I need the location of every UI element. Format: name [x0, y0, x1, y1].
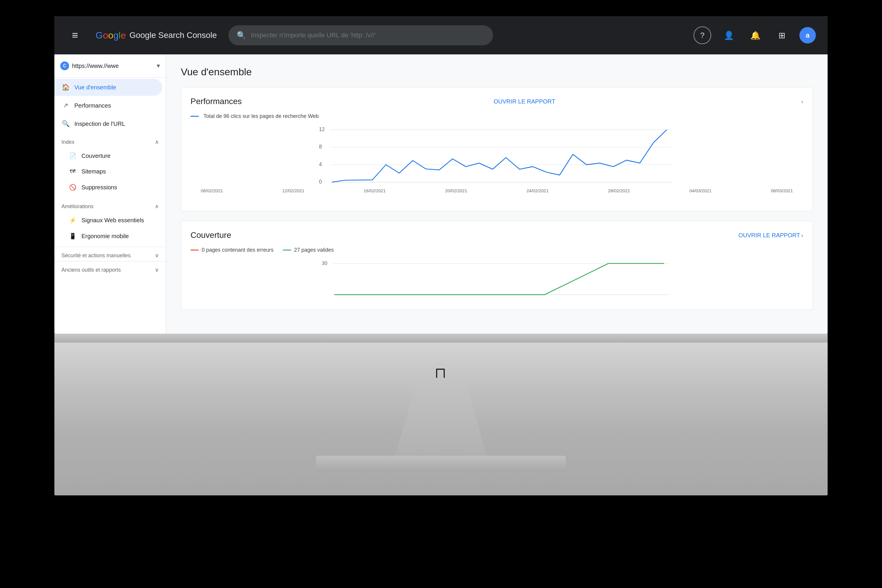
- performances-card-header: Performances OUVRIR LE RAPPORT ›: [190, 97, 803, 106]
- performances-chart: 12 8 4 0: [190, 125, 803, 202]
- sidebar: C https://www.//wwe ▾ 🏠 Vue d'ensemble ↗…: [54, 54, 166, 334]
- couverture-legend: 0 pages contenant des erreurs 27 pages v…: [190, 247, 803, 253]
- sidebar-label-url-inspection: Inspection de l'URL: [74, 120, 125, 127]
- chart-line-performances: [332, 130, 667, 182]
- property-icon: C: [60, 62, 69, 70]
- legend-text-green: 27 pages valides: [294, 247, 334, 253]
- performances-card: Performances OUVRIR LE RAPPORT › Total d…: [181, 87, 813, 212]
- help-button[interactable]: ?: [693, 27, 711, 44]
- section-label-securite: Sécurité et actions manuelles: [62, 252, 130, 259]
- monitor-back: : [54, 342, 828, 495]
- performances-report-link[interactable]: OUVRIR LE RAPPORT: [494, 98, 555, 105]
- property-dropdown-icon[interactable]: ▾: [157, 62, 160, 70]
- couverture-icon: 📄: [69, 152, 77, 159]
- search-input[interactable]: [251, 32, 485, 39]
- sidebar-label-ergonomie-mobile: Ergonomie mobile: [81, 233, 129, 240]
- sidebar-item-ergonomie-mobile[interactable]: 📱 Ergonomie mobile: [54, 228, 162, 244]
- couverture-line-green: [334, 263, 664, 295]
- sitemaps-icon: 🗺: [69, 168, 77, 175]
- couverture-y-30: 30: [322, 260, 327, 266]
- sidebar-label-couverture: Couverture: [81, 153, 111, 159]
- chevron-right-icon: ›: [801, 98, 803, 105]
- top-icons: ? 👤 🔔 ⊞ a: [693, 27, 816, 44]
- section-header-anciens-outils[interactable]: Anciens outils et rapports ∨: [54, 261, 166, 276]
- x-label-8: 08/03/2021: [771, 188, 793, 193]
- sidebar-item-url-inspection[interactable]: 🔍 Inspection de l'URL: [54, 115, 162, 132]
- chevron-down-icon-anciens: ∨: [155, 267, 159, 273]
- main-layout: C https://www.//wwe ▾ 🏠 Vue d'ensemble ↗…: [54, 54, 828, 334]
- y-label-0: 0: [319, 179, 322, 184]
- notifications-button[interactable]: 🔔: [747, 27, 764, 44]
- chevron-right-icon-couverture: ›: [801, 232, 803, 239]
- legend-red-wrap: 0 pages contenant des erreurs: [190, 247, 273, 253]
- logo-search-console: Google Search Console: [129, 31, 217, 40]
- apps-button[interactable]: ⊞: [773, 27, 790, 44]
- performances-chart-svg: 12 8 4 0: [190, 125, 803, 190]
- chevron-up-icon: ∧: [155, 139, 159, 145]
- couverture-report-link[interactable]: OUVRIR LE RAPPORT: [738, 232, 800, 239]
- section-label-anciens-outils: Anciens outils et rapports: [62, 267, 121, 273]
- section-label-index: Index: [62, 139, 74, 145]
- property-url: https://www.//wwe: [72, 63, 154, 69]
- chevron-down-icon-securite: ∨: [155, 252, 159, 259]
- couverture-report-link-wrap[interactable]: OUVRIR LE RAPPORT ›: [738, 232, 803, 239]
- monitor-stand-base: [316, 456, 566, 472]
- x-label-5: 24/02/2021: [526, 188, 549, 193]
- top-bar: ≡ Google Google Search Console 🔍 ? 👤 🔔 ⊞…: [54, 16, 828, 54]
- x-label-1: 08/02/2021: [201, 188, 223, 193]
- search-icon: 🔍: [237, 31, 246, 40]
- signaux-web-icon: ⚡: [69, 217, 77, 224]
- section-header-index[interactable]: Index ∧: [54, 134, 166, 148]
- monitor-chin: [54, 334, 828, 342]
- couverture-card: Couverture OUVRIR LE RAPPORT › 0 pages c…: [181, 221, 813, 310]
- section-header-ameliorations[interactable]: Améliorations ∧: [54, 198, 166, 212]
- hamburger-button[interactable]: ≡: [66, 27, 84, 44]
- legend-text: Total de 96 clics sur les pages de reche…: [204, 113, 319, 119]
- gsc-app: ≡ Google Google Search Console 🔍 ? 👤 🔔 ⊞…: [54, 16, 828, 334]
- search-bar[interactable]: 🔍: [228, 25, 493, 45]
- legend-dash-red: [190, 250, 199, 250]
- y-label-8: 8: [319, 144, 322, 150]
- people-button[interactable]: 👤: [720, 27, 738, 44]
- chevron-up-icon-2: ∧: [155, 203, 159, 210]
- avatar-button[interactable]: a: [800, 27, 816, 44]
- couverture-chart-svg: 30: [190, 259, 803, 297]
- property-selector[interactable]: C https://www.//wwe ▾: [54, 54, 166, 78]
- sidebar-item-signaux-web[interactable]: ⚡ Signaux Web essentiels: [54, 213, 162, 228]
- legend-green-wrap: 27 pages valides: [283, 247, 334, 253]
- x-label-7: 04/03/2021: [689, 188, 711, 193]
- section-header-securite[interactable]: Sécurité et actions manuelles ∨: [54, 247, 166, 261]
- page-title: Vue d'ensemble: [181, 66, 813, 78]
- legend-text-red: 0 pages contenant des erreurs: [202, 247, 273, 253]
- couverture-title: Couverture: [190, 231, 231, 240]
- couverture-chart: 30: [190, 259, 803, 300]
- sidebar-label-signaux-web: Signaux Web essentiels: [81, 217, 144, 224]
- url-inspection-icon: 🔍: [62, 120, 70, 128]
- performances-title: Performances: [190, 97, 242, 106]
- sidebar-item-vue-ensemble[interactable]: 🏠 Vue d'ensemble: [54, 79, 162, 96]
- sidebar-label-suppressions: Suppressions: [81, 184, 117, 191]
- couverture-card-header: Couverture OUVRIR LE RAPPORT ›: [190, 231, 803, 240]
- logo-google: Google: [96, 30, 126, 41]
- x-label-3: 16/02/2021: [364, 188, 386, 193]
- sidebar-label-performances: Performances: [74, 102, 111, 109]
- y-label-4: 4: [319, 161, 322, 167]
- performances-icon: ↗: [62, 102, 70, 110]
- section-label-ameliorations: Améliorations: [62, 204, 93, 210]
- sidebar-label-sitemaps: Sitemaps: [81, 168, 106, 175]
- monitor-screen: ≡ Google Google Search Console 🔍 ? 👤 🔔 ⊞…: [54, 16, 828, 334]
- suppressions-icon: 🚫: [69, 184, 77, 191]
- ergonomie-icon: 📱: [69, 232, 77, 240]
- sidebar-item-performances[interactable]: ↗ Performances: [54, 97, 162, 114]
- legend-dash-blue: [190, 116, 199, 117]
- y-label-12: 12: [319, 126, 325, 132]
- x-label-2: 12/02/2021: [282, 188, 304, 193]
- sidebar-item-sitemaps[interactable]: 🗺 Sitemaps: [54, 164, 162, 179]
- x-label-4: 20/02/2021: [445, 188, 467, 193]
- x-label-6: 28/02/2021: [608, 188, 630, 193]
- content-area: Vue d'ensemble Performances OUVRIR LE RA…: [166, 54, 828, 334]
- performances-legend: Total de 96 clics sur les pages de reche…: [190, 113, 803, 119]
- sidebar-item-suppressions[interactable]: 🚫 Suppressions: [54, 180, 162, 195]
- sidebar-label-vue-ensemble: Vue d'ensemble: [74, 84, 116, 91]
- sidebar-item-couverture[interactable]: 📄 Couverture: [54, 148, 162, 164]
